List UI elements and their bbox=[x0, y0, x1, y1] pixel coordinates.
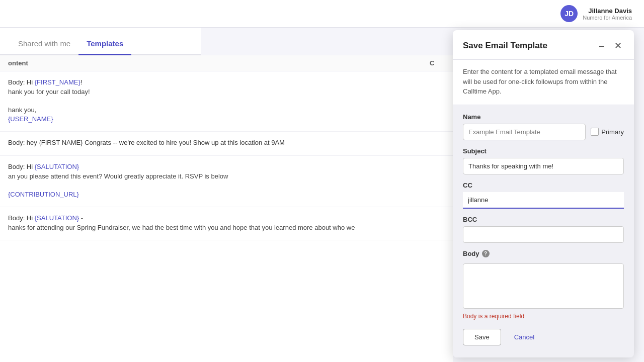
modal-footer: Save Cancel bbox=[463, 327, 624, 349]
template-line bbox=[8, 97, 445, 105]
template-line: an you please attend this event? Would g… bbox=[8, 172, 445, 180]
content-area: ontent C Body: Hi {FIRST_NAME}! hank you… bbox=[0, 55, 453, 362]
body-error: Body is a required field bbox=[463, 313, 624, 320]
save-button[interactable]: Save bbox=[463, 329, 501, 345]
user-org: Numero for America bbox=[583, 15, 632, 21]
template-var: {FIRST_NAME} bbox=[35, 78, 80, 86]
name-primary-row: Primary bbox=[463, 124, 624, 140]
main-page: JD Jillanne Davis Numero for America Sha… bbox=[0, 0, 644, 362]
template-line: hanks for attending our Spring Fundraise… bbox=[8, 224, 445, 231]
modal-body: Name Primary Subject CC bbox=[453, 105, 634, 357]
modal-header-icons: – ✕ bbox=[597, 39, 624, 52]
subject-label: Subject bbox=[463, 147, 624, 155]
bcc-form-group: BCC bbox=[463, 216, 624, 243]
col-c-header: C bbox=[430, 59, 445, 67]
template-line: hank you for your call today! bbox=[8, 88, 445, 96]
cc-input[interactable] bbox=[463, 192, 624, 209]
table-row: Body: Hi {FIRST_NAME}! hank you for your… bbox=[0, 71, 453, 132]
avatar: JD bbox=[560, 5, 578, 22]
tab-shared-with-me[interactable]: Shared with me bbox=[10, 33, 78, 55]
save-email-template-modal: Save Email Template – ✕ Enter the conten… bbox=[453, 30, 634, 357]
close-button[interactable]: ✕ bbox=[612, 39, 624, 52]
name-input[interactable] bbox=[463, 124, 586, 140]
user-name: Jillanne Davis bbox=[583, 7, 632, 15]
name-label: Name bbox=[463, 113, 624, 121]
minimize-button[interactable]: – bbox=[597, 40, 606, 52]
table-row: Body: Hi {SALUTATION} an you please atte… bbox=[0, 156, 453, 207]
table-row: Body: hey {FIRST NAME} Congrats -- we're… bbox=[0, 132, 453, 156]
modal-description: Enter the content for a templated email … bbox=[453, 60, 634, 105]
body-help-icon[interactable]: ? bbox=[482, 250, 490, 257]
top-bar: JD Jillanne Davis Numero for America bbox=[0, 0, 644, 28]
tabs-bar: Shared with me Templates bbox=[0, 28, 201, 55]
modal-header: Save Email Template – ✕ bbox=[453, 30, 634, 60]
col-content-header: ontent bbox=[8, 59, 430, 67]
name-form-group: Name Primary bbox=[463, 113, 624, 140]
subject-input[interactable] bbox=[463, 158, 624, 174]
template-var: {CONTRIBUTION_URL} bbox=[8, 191, 79, 198]
user-name-block: Jillanne Davis Numero for America bbox=[583, 7, 632, 21]
modal-title: Save Email Template bbox=[463, 41, 547, 51]
cc-label: CC bbox=[463, 182, 624, 189]
template-var: {SALUTATION} bbox=[35, 214, 79, 222]
table-row: Body: Hi {SALUTATION} - hanks for attend… bbox=[0, 207, 453, 240]
template-var: {SALUTATION} bbox=[35, 163, 79, 170]
bcc-label: BCC bbox=[463, 216, 624, 223]
cancel-button[interactable]: Cancel bbox=[506, 329, 542, 345]
primary-checkbox[interactable] bbox=[591, 128, 599, 136]
body-label: Body: hey {FIRST NAME} Congrats -- we're… bbox=[8, 139, 285, 146]
template-line: hank you, bbox=[8, 106, 445, 114]
tab-templates[interactable]: Templates bbox=[78, 33, 131, 55]
table-header: ontent C bbox=[0, 55, 453, 71]
user-info: JD Jillanne Davis Numero for America bbox=[560, 5, 632, 22]
template-line bbox=[8, 182, 445, 189]
body-label: Body: Hi bbox=[8, 163, 35, 170]
bcc-input[interactable] bbox=[463, 226, 624, 243]
body-textarea[interactable] bbox=[463, 263, 624, 309]
subject-form-group: Subject bbox=[463, 147, 624, 174]
body-label: Body: bbox=[8, 78, 27, 86]
template-var: {USER_NAME} bbox=[8, 115, 53, 123]
primary-label: Primary bbox=[601, 128, 624, 136]
body-label: Body: Hi bbox=[8, 214, 35, 222]
body-label: Body ? bbox=[463, 250, 490, 257]
body-form-group: Body ? Body is a required field bbox=[463, 250, 624, 320]
cc-form-group: CC bbox=[463, 182, 624, 209]
